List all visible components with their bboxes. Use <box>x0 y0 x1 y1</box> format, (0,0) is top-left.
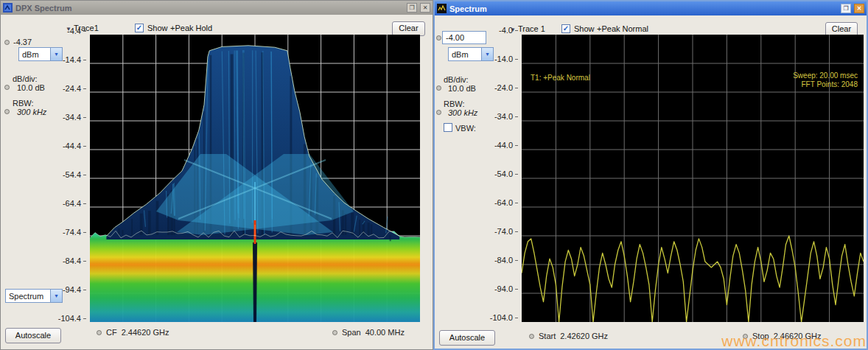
peg-icon[interactable] <box>332 330 337 335</box>
y-axis-label: -64.0 <box>494 198 518 207</box>
cf-value[interactable]: 2.44620 GHz <box>122 328 169 337</box>
db-div-value[interactable]: 10.0 dB <box>448 84 476 93</box>
y-axis-label: -94.4 <box>63 285 86 294</box>
spectrum-app-icon <box>437 4 447 13</box>
check-icon: ✓ <box>563 24 569 32</box>
y-axis-label: -64.4 <box>63 199 86 208</box>
peg-icon[interactable] <box>436 35 441 41</box>
peg-icon[interactable] <box>436 110 441 115</box>
y-axis-label: -34.4 <box>63 113 86 122</box>
peg-icon[interactable] <box>4 85 10 90</box>
vbw-checkbox[interactable] <box>444 123 452 132</box>
y-axis-label: -14.4 <box>63 55 86 64</box>
chevron-down-icon[interactable]: ▼ <box>50 48 62 60</box>
peg-icon[interactable] <box>4 40 10 45</box>
y-axis-label: -74.0 <box>494 227 518 236</box>
show-checkbox[interactable]: ✓ <box>135 24 144 32</box>
peg-icon[interactable] <box>97 330 102 335</box>
vbw-label: VBW: <box>455 124 476 133</box>
y-axis-label: -54.0 <box>494 169 518 178</box>
span-value[interactable]: 40.00 MHz <box>365 328 405 337</box>
db-div-label: dB/div: <box>13 74 38 83</box>
units-combobox[interactable]: dBm▼ <box>18 47 63 61</box>
autoscale-button[interactable]: Autoscale <box>439 330 495 346</box>
start-frequency-readout[interactable]: Start 2.42620 GHz <box>529 332 608 340</box>
center-frequency-readout[interactable]: CF 2.44620 GHz <box>97 328 169 337</box>
y-axis-label: -24.0 <box>494 83 518 92</box>
db-div-label: dB/div: <box>444 75 469 84</box>
window-title: Spectrum <box>449 4 838 13</box>
y-axis-label: -44.0 <box>494 141 518 150</box>
detection-label: +Peak Hold <box>170 24 212 32</box>
y-axis-label: -4.4 <box>67 27 86 35</box>
restore-button[interactable]: ❐ <box>841 4 851 13</box>
show-label: Show <box>574 24 595 33</box>
y-axis-label: -94.0 <box>494 284 518 293</box>
peg-icon[interactable] <box>436 85 441 91</box>
ref-level-input[interactable]: -4.00 <box>442 31 486 44</box>
chevron-down-icon[interactable]: ▼ <box>50 290 62 302</box>
rbw-label: RBW: <box>13 99 34 108</box>
spectrum-titlebar[interactable]: Spectrum ❐ ✕ <box>435 1 867 15</box>
y-axis-label: -24.4 <box>63 84 86 93</box>
y-axis-label: -54.4 <box>63 170 86 179</box>
start-label: Start <box>539 332 556 340</box>
y-axis-label: -104.4 <box>58 314 86 323</box>
y-axis-label: -84.4 <box>63 256 86 265</box>
clear-button[interactable]: Clear <box>392 21 425 36</box>
y-axis-label: -34.0 <box>494 112 518 121</box>
show-label: Show <box>147 24 168 32</box>
peg-icon[interactable] <box>529 334 534 339</box>
spectrum-window: Spectrum ❐ ✕ ▼Trace 1 ✓ Show +Peak Norma… <box>433 0 868 350</box>
y-axis-label: -4.0 <box>499 26 518 35</box>
ref-level-value[interactable]: -4.37 <box>13 38 32 46</box>
display-mode-combobox[interactable]: Spectrum▼ <box>5 289 63 303</box>
span-label: Span <box>342 328 361 337</box>
peg-icon[interactable] <box>4 109 10 114</box>
watermark: www.cntronics.com <box>721 332 867 350</box>
chevron-down-icon[interactable]: ▼ <box>481 48 493 60</box>
dpx-plot[interactable] <box>90 35 420 322</box>
autoscale-button[interactable]: Autoscale <box>5 328 61 343</box>
y-axis-label: -104.0 <box>490 313 518 322</box>
restore-button[interactable]: ❐ <box>407 3 417 13</box>
y-axis-label: -44.4 <box>63 141 86 150</box>
dpx-app-icon <box>3 3 13 13</box>
show-checkbox[interactable]: ✓ <box>561 24 570 33</box>
rbw-value[interactable]: 300 kHz <box>17 108 46 116</box>
close-button[interactable]: ✕ <box>420 3 430 13</box>
detection-label: +Peak Normal <box>597 24 648 33</box>
rbw-label: RBW: <box>444 99 465 108</box>
check-icon: ✓ <box>136 24 142 32</box>
y-axis-label: -84.0 <box>494 256 518 265</box>
window-title: DPX Spectrum <box>15 4 404 13</box>
sweep-annotation: Sweep: 20.00 msec FFT Points: 2048 <box>793 71 858 89</box>
units-combobox[interactable]: dBm▼ <box>448 47 494 61</box>
dpx-titlebar[interactable]: DPX Spectrum ❐ ✕ <box>1 1 433 15</box>
spectrum-plot[interactable]: T1: +Peak Normal Sweep: 20.00 msec FFT P… <box>522 35 864 322</box>
rbw-value[interactable]: 300 kHz <box>448 108 477 117</box>
start-value[interactable]: 2.42620 GHz <box>560 332 608 340</box>
y-axis-label: -14.0 <box>494 55 518 63</box>
trace-annotation: T1: +Peak Normal <box>531 74 590 83</box>
close-button[interactable]: ✕ <box>854 4 864 13</box>
y-axis-label: -74.4 <box>63 228 86 237</box>
cf-label: CF <box>106 328 117 337</box>
dpx-spectrum-window: DPX Spectrum ❐ ✕ ▼Trace1 ✓ Show +Peak Ho… <box>0 0 433 350</box>
db-div-value[interactable]: 10.0 dB <box>17 83 45 92</box>
span-readout[interactable]: Span 40.00 MHz <box>332 328 405 337</box>
